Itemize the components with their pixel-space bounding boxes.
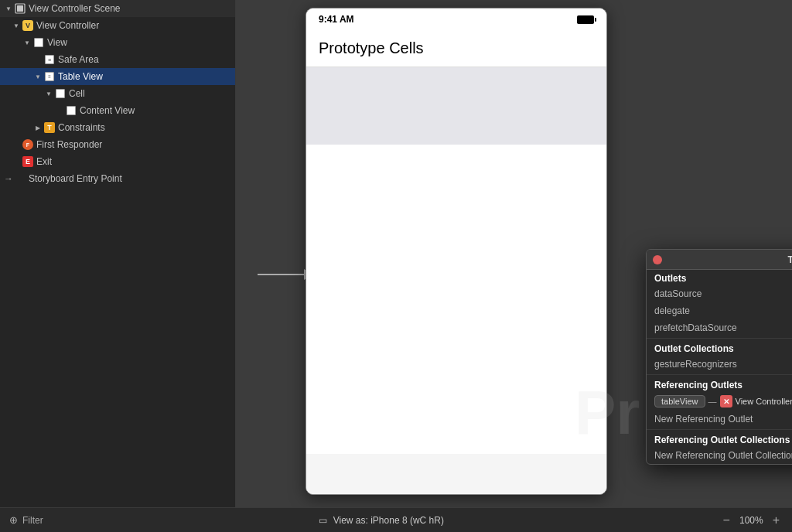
tableview-icon: ≡ <box>43 70 56 83</box>
svg-rect-1 <box>17 5 23 12</box>
sidebar-item-entrypoint[interactable]: → Storyboard Entry Point <box>0 170 235 187</box>
bottom-bar: ⊕ Filter ▭ View as: iPhone 8 (wC hR) − 1… <box>0 507 792 532</box>
prefetchdatasource-row[interactable]: prefetchDataSource <box>647 319 792 336</box>
contentview-label: Content View <box>80 105 135 116</box>
referencing-outlet-collections-header: Referencing Outlet Collections <box>647 431 792 447</box>
status-battery <box>577 15 594 24</box>
entrypoint-label: Storyboard Entry Point <box>29 173 122 184</box>
sidebar-item-constraints[interactable]: ▶ T Constraints <box>0 119 235 136</box>
expand-triangle-firstresponder: ▶ <box>11 139 22 150</box>
status-time: 9:41 AM <box>319 14 354 25</box>
view-label: View <box>47 37 67 48</box>
scene-icon <box>14 2 26 15</box>
disconnect-button[interactable]: ✕ <box>720 395 732 408</box>
safearea-label: Safe Area <box>58 54 99 65</box>
popup-close-button[interactable] <box>653 255 662 264</box>
expand-triangle-entrypoint: → <box>3 173 14 184</box>
expand-triangle-scene[interactable]: ▼ <box>3 3 14 14</box>
new-referencing-outlet-label: New Referencing Outlet <box>654 414 753 425</box>
gray-separator <box>306 67 606 145</box>
datasource-row[interactable]: dataSource <box>647 285 792 302</box>
exit-label: Exit <box>36 156 52 167</box>
safearea-icon: ≡ <box>43 53 56 66</box>
bottom-right: − 100% + <box>720 513 783 527</box>
vc-icon: V <box>22 19 34 32</box>
sidebar-item-cell[interactable]: ▼ Cell <box>0 85 235 102</box>
datasource-label: dataSource <box>654 288 702 299</box>
connected-dash: — <box>708 397 717 406</box>
prefetchdatasource-label: prefetchDataSource <box>654 322 737 333</box>
expand-triangle-cell[interactable]: ▼ <box>43 88 54 99</box>
view-icon <box>32 36 45 49</box>
expand-triangle-tableview[interactable]: ▼ <box>32 71 43 82</box>
expand-triangle-exit: ▶ <box>11 156 22 167</box>
gesturerecognizers-label: gestureRecognizers <box>654 359 737 370</box>
popup-titlebar: Table View <box>647 250 792 270</box>
tableview-connected-row[interactable]: tableView — ✕ View Controller <box>647 392 792 411</box>
iphone-content: Prototype Cells <box>306 30 606 494</box>
zoom-in-button[interactable]: + <box>770 513 783 527</box>
entrypoint-icon <box>14 172 26 185</box>
canvas-area: 9:41 AM Prototype Cells Pr Table View Ou… <box>236 0 792 507</box>
sidebar-item-vc[interactable]: ▼ V View Controller <box>0 17 235 34</box>
sidebar-item-safearea[interactable]: ▶ ≡ Safe Area <box>0 51 235 68</box>
bottom-left: ⊕ Filter <box>9 514 43 526</box>
popup-title: Table View <box>668 254 792 265</box>
filter-icon: ⊕ <box>9 514 18 526</box>
sidebar-item-tableview[interactable]: ▼ ≡ Table View <box>0 68 235 85</box>
filter-label[interactable]: Filter <box>22 515 43 526</box>
prototype-cells-header: Prototype Cells <box>306 30 606 67</box>
constraints-icon: T <box>43 121 56 134</box>
divider-2 <box>647 374 792 375</box>
connections-popup: Table View Outlets dataSource delegate p… <box>646 249 792 465</box>
new-referencing-outlet-collection-label: New Referencing Outlet Collection <box>654 450 792 461</box>
expand-triangle-view[interactable]: ▼ <box>22 37 32 48</box>
delegate-label: delegate <box>654 305 690 316</box>
connected-vc-label: View Controller <box>736 397 793 406</box>
expand-triangle-safearea: ▶ <box>32 54 43 65</box>
zoom-out-button[interactable]: − <box>720 513 733 527</box>
firstresponder-icon: F <box>22 138 34 151</box>
arrow-line <box>258 274 304 275</box>
zoom-level: 100% <box>739 515 763 526</box>
tableview-label: Table View <box>58 71 103 82</box>
cell-label: Cell <box>69 88 85 99</box>
constraints-label: Constraints <box>58 122 105 133</box>
expand-triangle-contentview: ▶ <box>54 105 65 116</box>
sidebar-item-exit[interactable]: ▶ E Exit <box>0 153 235 170</box>
popup-body: Outlets dataSource delegate prefetchData… <box>647 270 792 464</box>
sidebar: ▼ View Controller Scene ▼ V View Control… <box>0 0 236 507</box>
sidebar-item-contentview[interactable]: ▶ Content View <box>0 102 235 119</box>
gesturerecognizers-row[interactable]: gestureRecognizers <box>647 356 792 373</box>
view-as-device-icon: ▭ <box>319 515 327 526</box>
outlet-collections-header: Outlet Collections <box>647 340 792 356</box>
view-as-label: ▭ View as: iPhone 8 (wC hR) <box>319 515 444 526</box>
exit-icon: E <box>22 155 34 168</box>
delegate-row[interactable]: delegate <box>647 302 792 319</box>
new-referencing-outlet-row[interactable]: New Referencing Outlet <box>647 411 792 428</box>
divider-3 <box>647 429 792 430</box>
sidebar-item-scene[interactable]: ▼ View Controller Scene <box>0 0 235 17</box>
expand-triangle-constraints[interactable]: ▶ <box>32 122 43 133</box>
contentview-icon <box>65 104 77 117</box>
scene-label: View Controller Scene <box>29 3 121 14</box>
cell-icon <box>54 87 67 100</box>
sidebar-item-view[interactable]: ▼ View <box>0 34 235 51</box>
expand-triangle-vc[interactable]: ▼ <box>11 20 22 31</box>
firstresponder-label: First Responder <box>36 139 102 150</box>
vc-label: View Controller <box>36 20 99 31</box>
sidebar-item-firstresponder[interactable]: ▶ F First Responder <box>0 136 235 153</box>
prototype-cells-label: Prototype Cells <box>319 39 424 56</box>
new-referencing-outlet-collection-row[interactable]: New Referencing Outlet Collection <box>647 447 792 464</box>
divider-1 <box>647 338 792 339</box>
outlets-header: Outlets <box>647 270 792 285</box>
white-content-area <box>306 145 606 454</box>
iphone-mockup: 9:41 AM Prototype Cells <box>306 8 607 495</box>
tableview-pill: tableView <box>654 395 705 408</box>
referencing-outlets-header: Referencing Outlets <box>647 377 792 392</box>
status-bar: 9:41 AM <box>306 9 606 30</box>
main-layout: ▼ View Controller Scene ▼ V View Control… <box>0 0 792 507</box>
